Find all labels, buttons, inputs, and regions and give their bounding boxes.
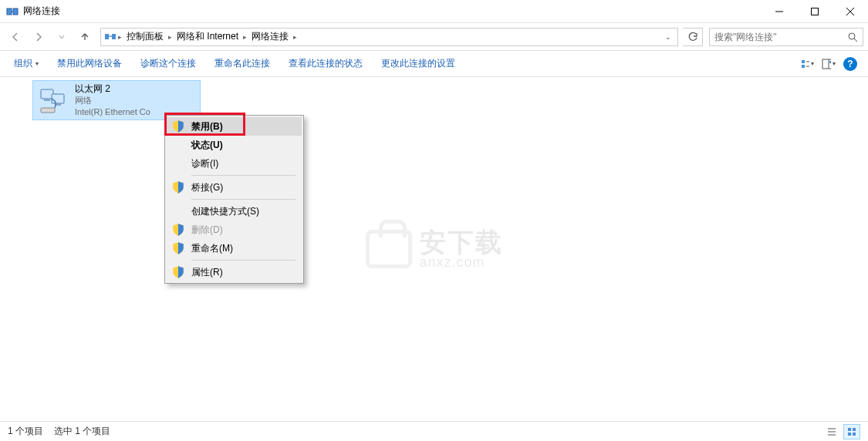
- svg-rect-7: [105, 34, 109, 39]
- svg-rect-12: [802, 60, 805, 63]
- svg-rect-1: [13, 8, 18, 15]
- chevron-right-icon: ▸: [241, 33, 248, 41]
- disable-device-button[interactable]: 禁用此网络设备: [49, 54, 130, 73]
- svg-rect-13: [802, 65, 805, 68]
- navigation-bar: ▸ 控制面板 ▸ 网络和 Internet ▸ 网络连接 ▸ ⌄: [0, 23, 868, 51]
- breadcrumb[interactable]: 网络和 Internet: [174, 30, 241, 43]
- chevron-right-icon: ▸: [292, 33, 299, 41]
- minimize-button[interactable]: [762, 0, 797, 22]
- diagnose-button[interactable]: 诊断这个连接: [133, 54, 204, 73]
- ctx-bridge[interactable]: 桥接(G): [167, 178, 302, 197]
- svg-line-11: [854, 39, 857, 42]
- address-dropdown[interactable]: ⌄: [662, 33, 674, 41]
- large-icons-view-button[interactable]: [843, 424, 860, 439]
- titlebar: 网络连接: [0, 0, 868, 23]
- back-button[interactable]: [5, 26, 26, 48]
- window-controls: [762, 0, 868, 22]
- close-button[interactable]: [833, 0, 868, 22]
- separator: [191, 260, 296, 261]
- svg-rect-28: [853, 428, 856, 431]
- network-adapter-icon: [38, 85, 69, 116]
- view-controls: ▾ ▾ ?: [800, 57, 862, 71]
- command-bar: 组织 禁用此网络设备 诊断这个连接 重命名此连接 查看此连接的状态 更改此连接的…: [0, 51, 868, 77]
- addressbar-icon: [104, 31, 117, 43]
- status-bar: 1 个项目 选中 1 个项目: [0, 421, 868, 441]
- refresh-button[interactable]: [683, 28, 703, 46]
- svg-rect-21: [52, 94, 64, 103]
- recent-dropdown[interactable]: [51, 26, 73, 48]
- svg-point-10: [849, 33, 855, 39]
- address-bar[interactable]: ▸ 控制面板 ▸ 网络和 Internet ▸ 网络连接 ▸ ⌄: [100, 28, 678, 46]
- ctx-create-shortcut[interactable]: 创建快捷方式(S): [167, 202, 302, 220]
- ctx-rename[interactable]: 重命名(M): [167, 239, 302, 258]
- context-menu: 禁用(B) 状态(U) 诊断(I) 桥接(G) 创建快捷方式(S) 删除(D) …: [164, 115, 304, 284]
- ctx-delete: 删除(D): [167, 220, 302, 239]
- search-icon: [847, 32, 858, 42]
- status-selected-count: 选中 1 个项目: [54, 425, 110, 438]
- ctx-disable[interactable]: 禁用(B): [167, 117, 302, 136]
- svg-rect-27: [848, 428, 851, 431]
- search-input[interactable]: [714, 32, 847, 42]
- change-settings-button[interactable]: 更改此连接的设置: [373, 54, 463, 73]
- shield-icon: [171, 223, 185, 237]
- svg-rect-4: [812, 8, 819, 15]
- help-button[interactable]: ?: [843, 57, 857, 71]
- svg-rect-30: [853, 433, 856, 436]
- search-box[interactable]: [709, 28, 863, 46]
- preview-pane-button[interactable]: ▾: [822, 57, 836, 71]
- chevron-right-icon: ▸: [117, 33, 123, 41]
- adapter-status: 网络: [75, 95, 150, 106]
- shield-icon: [171, 120, 185, 133]
- organize-menu[interactable]: 组织: [6, 54, 46, 73]
- view-mode-button[interactable]: ▾: [800, 57, 814, 71]
- svg-rect-20: [44, 99, 50, 101]
- ctx-status[interactable]: 状态(U): [167, 136, 302, 154]
- separator: [191, 175, 296, 176]
- ctx-properties[interactable]: 属性(R): [167, 263, 302, 281]
- svg-rect-8: [112, 34, 116, 39]
- shield-icon: [171, 265, 185, 279]
- breadcrumb[interactable]: 控制面板: [123, 30, 167, 43]
- svg-rect-0: [7, 8, 12, 15]
- maximize-button[interactable]: [797, 0, 833, 22]
- content-area: 安下载 anxz.com 以太网 2 网络 Intel(R) Ethernet …: [0, 77, 868, 421]
- svg-rect-23: [41, 108, 55, 113]
- rename-button[interactable]: 重命名此连接: [207, 54, 278, 73]
- svg-rect-29: [848, 433, 851, 436]
- window-title: 网络连接: [23, 5, 762, 18]
- up-button[interactable]: [74, 26, 96, 48]
- shield-icon: [171, 241, 185, 255]
- adapter-name: 以太网 2: [75, 83, 150, 95]
- ctx-diagnose[interactable]: 诊断(I): [167, 154, 302, 173]
- separator: [191, 199, 296, 200]
- watermark: 安下载 anxz.com: [366, 229, 503, 269]
- svg-rect-16: [822, 59, 831, 69]
- details-view-button[interactable]: [823, 424, 840, 439]
- shield-icon: [171, 180, 185, 194]
- svg-rect-18: [829, 61, 831, 63]
- breadcrumb[interactable]: 网络连接: [248, 30, 292, 43]
- adapter-device: Intel(R) Ethernet Co: [75, 106, 150, 118]
- chevron-right-icon: ▸: [167, 33, 174, 41]
- window-icon: [6, 5, 19, 18]
- view-status-button[interactable]: 查看此连接的状态: [281, 54, 370, 73]
- status-item-count: 1 个项目: [8, 425, 43, 438]
- forward-button[interactable]: [28, 26, 49, 48]
